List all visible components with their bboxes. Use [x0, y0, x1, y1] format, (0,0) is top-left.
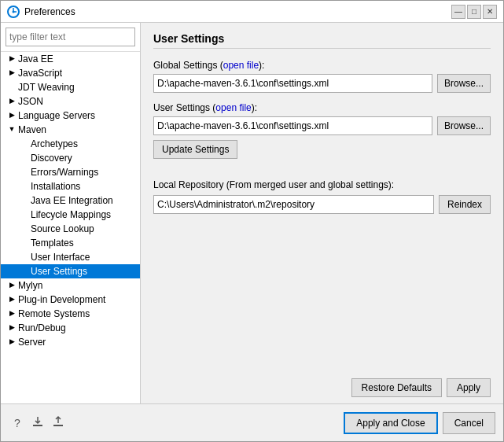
tree-arrow-icon [20, 153, 29, 163]
tree-item-label: Maven [18, 124, 137, 135]
export-icon [52, 415, 64, 430]
global-settings-link[interactable]: open file [223, 60, 259, 71]
tree-item-label: Source Lookup [31, 223, 137, 234]
user-settings-input[interactable] [153, 116, 432, 135]
tree-item-json[interactable]: ▶JSON [1, 94, 140, 109]
left-panel: ▶Java EE▶JavaScriptJDT Weaving▶JSON▶Lang… [1, 23, 141, 403]
tree-arrow-icon: ▶ [7, 323, 17, 333]
tree-item-user-interface[interactable]: User Interface [1, 250, 140, 264]
tree-item-label: Run/Debug [18, 322, 137, 333]
tree-item-plug-in-development[interactable]: ▶Plug-in Development [1, 293, 140, 307]
user-settings-input-row: Browse... [153, 116, 491, 135]
svg-rect-2 [33, 425, 42, 426]
cancel-button[interactable]: Cancel [443, 412, 495, 434]
bottom-left-icons: ? [9, 414, 67, 432]
global-settings-input[interactable] [153, 74, 432, 93]
tree-item-label: JSON [18, 96, 137, 107]
tree-arrow-icon [20, 182, 29, 191]
tree-arrow-icon: ▶ [7, 281, 17, 290]
reindex-button[interactable]: Reindex [439, 195, 491, 214]
tree-item-templates[interactable]: Templates [1, 236, 140, 250]
right-panel: User Settings Global Settings (open file… [141, 23, 503, 403]
svg-rect-3 [53, 425, 63, 426]
tree-arrow-icon [20, 224, 29, 234]
user-settings-browse-button[interactable]: Browse... [437, 116, 491, 135]
title-bar: Preferences — □ ✕ [1, 1, 503, 23]
window-title: Preferences [24, 6, 75, 17]
global-settings-group: Global Settings (open file): Browse... [153, 60, 491, 93]
minimize-button[interactable]: — [451, 5, 465, 19]
user-settings-link[interactable]: open file [215, 102, 251, 113]
tree-item-label: Remote Systems [18, 308, 137, 319]
tree-arrow-icon [20, 139, 29, 149]
tree-arrow-icon [20, 238, 29, 248]
tree-item-language-servers[interactable]: ▶Language Servers [1, 109, 140, 123]
title-bar-buttons: — □ ✕ [451, 5, 497, 19]
tree-item-label: Archetypes [31, 138, 137, 149]
tree-item-java-ee[interactable]: ▶Java EE [1, 52, 140, 66]
tree-item-label: JDT Weaving [18, 82, 137, 93]
tree-item-archetypes[interactable]: Archetypes [1, 137, 140, 151]
local-repo-section: Local Repository (From merged user and g… [153, 179, 491, 214]
import-button[interactable] [29, 414, 46, 432]
tree-item-label: Java EE [18, 53, 137, 64]
tree-item-jdt-weaving[interactable]: JDT Weaving [1, 80, 140, 94]
tree-arrow-icon: ▶ [7, 295, 17, 304]
tree-item-java-ee-integration[interactable]: Java EE Integration [1, 193, 140, 208]
tree-item-user-settings[interactable]: User Settings [1, 264, 140, 278]
tree-item-mylyn[interactable]: ▶Mylyn [1, 278, 140, 293]
section-title: User Settings [153, 32, 491, 49]
tree-item-run-debug[interactable]: ▶Run/Debug [1, 321, 140, 335]
tree-item-lifecycle-mappings[interactable]: Lifecycle Mappings [1, 208, 140, 222]
filter-input[interactable] [6, 28, 135, 46]
tree-item-source-lookup[interactable]: Source Lookup [1, 222, 140, 236]
close-button[interactable]: ✕ [483, 5, 497, 19]
global-settings-input-row: Browse... [153, 74, 491, 93]
preferences-window: Preferences — □ ✕ ▶Java EE▶JavaScriptJDT… [0, 0, 504, 442]
tree-item-label: Mylyn [18, 280, 137, 291]
restore-apply-row: Restore Defaults Apply [153, 372, 491, 397]
bottom-right-buttons: Apply and Close Cancel [344, 412, 495, 434]
local-repo-input[interactable] [153, 195, 434, 214]
filter-input-wrap [1, 23, 140, 52]
tree-item-label: User Settings [31, 266, 137, 277]
restore-defaults-button[interactable]: Restore Defaults [351, 378, 442, 397]
tree-arrow-icon: ▶ [7, 337, 17, 347]
restore-button[interactable]: □ [467, 5, 481, 19]
tree-item-label: Server [18, 337, 137, 348]
help-icon: ? [14, 417, 20, 429]
tree-item-label: Language Servers [18, 110, 137, 121]
global-settings-browse-button[interactable]: Browse... [437, 74, 491, 93]
tree-item-server[interactable]: ▶Server [1, 335, 140, 349]
global-settings-label: Global Settings (open file): [153, 60, 491, 71]
tree-item-discovery[interactable]: Discovery [1, 151, 140, 165]
tree-arrow-icon [7, 83, 17, 92]
tree-item-errors-warnings[interactable]: Errors/Warnings [1, 165, 140, 179]
bottom-bar: ? Apply and Close [1, 403, 503, 441]
tree-item-label: Plug-in Development [18, 294, 137, 305]
local-repo-input-row: Reindex [153, 195, 491, 214]
tree-area: ▶Java EE▶JavaScriptJDT Weaving▶JSON▶Lang… [1, 52, 140, 403]
tree-item-javascript[interactable]: ▶JavaScript [1, 66, 140, 80]
tree-arrow-icon [20, 267, 29, 276]
tree-arrow-icon: ▶ [7, 309, 17, 319]
apply-button[interactable]: Apply [447, 378, 491, 397]
tree-item-remote-systems[interactable]: ▶Remote Systems [1, 307, 140, 321]
tree-item-maven[interactable]: ▼Maven [1, 123, 140, 137]
tree-item-installations[interactable]: Installations [1, 179, 140, 193]
svg-point-1 [13, 10, 15, 13]
tree-arrow-icon [20, 168, 29, 177]
content-area: ▶Java EE▶JavaScriptJDT Weaving▶JSON▶Lang… [1, 23, 503, 403]
tree-item-label: Templates [31, 238, 137, 249]
tree-item-label: Installations [31, 181, 137, 192]
apply-close-button[interactable]: Apply and Close [344, 412, 437, 434]
tree-arrow-icon [20, 196, 29, 205]
tree-item-label: Discovery [31, 153, 137, 164]
export-button[interactable] [50, 414, 67, 432]
tree-item-label: Lifecycle Mappings [31, 209, 137, 220]
help-button[interactable]: ? [9, 414, 26, 432]
tree-item-label: JavaScript [18, 68, 137, 79]
update-settings-button[interactable]: Update Settings [153, 140, 237, 159]
tree-arrow-icon: ▶ [7, 68, 17, 78]
tree-arrow-icon: ▶ [7, 97, 17, 106]
